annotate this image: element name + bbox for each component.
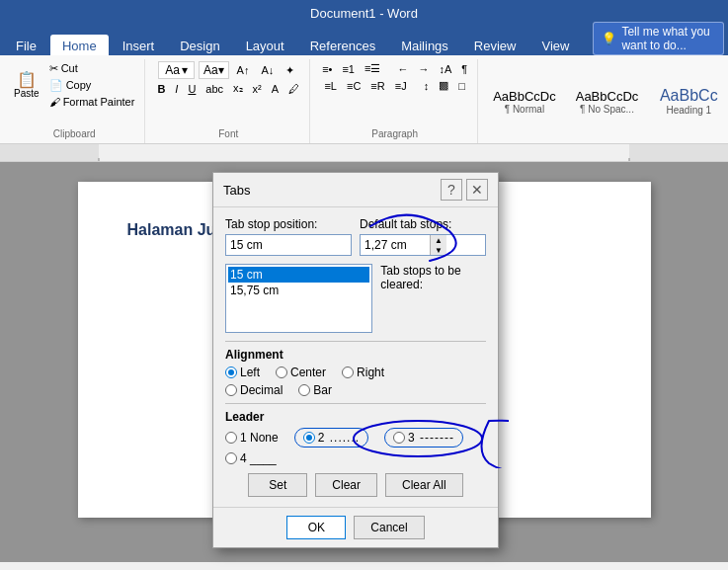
borders-button[interactable]: □ [454, 79, 469, 93]
clipboard-label: Clipboard [53, 128, 96, 141]
dialog-help-button[interactable]: ? [441, 179, 462, 201]
search-box[interactable]: 💡 Tell me what you want to do... [593, 22, 724, 55]
superscript-button[interactable]: x² [249, 82, 266, 96]
style-nospace[interactable]: AaBbCcDc ¶ No Spac... [567, 72, 648, 131]
leader-dots-radio[interactable] [303, 432, 315, 444]
ribbon-tabs: File Home Insert Design Layout Reference… [0, 28, 728, 55]
divider-1 [225, 341, 486, 342]
ruler-svg [0, 144, 728, 162]
tab-references[interactable]: References [298, 35, 387, 55]
align-right-button[interactable]: ≡R [366, 79, 388, 93]
multilevel-button[interactable]: ≡☰ [361, 61, 384, 76]
align-center-radio[interactable] [276, 366, 287, 378]
spinner-up-button[interactable]: ▲ [431, 235, 446, 245]
clear-all-button[interactable]: Clear All [385, 473, 463, 497]
align-center-button[interactable]: ≡C [343, 79, 364, 93]
bold-button[interactable]: B [153, 82, 169, 96]
font-top-row: Aa▾ Aa▾ A↑ A↓ ✦ [158, 61, 298, 79]
font-family-dropdown[interactable]: Aa▾ [158, 61, 195, 79]
copy-button[interactable]: 📄 Copy [45, 78, 139, 93]
tab-insert[interactable]: Insert [111, 35, 167, 55]
align-right-radio[interactable] [342, 366, 354, 378]
para-bottom-row: ≡L ≡C ≡R ≡J ↕ ▩ □ [320, 78, 468, 93]
align-right-option[interactable]: Right [342, 366, 384, 379]
dialog-body: Tab stop position: Default tab stops: ▲ … [213, 207, 498, 507]
dialog-close-button[interactable]: ✕ [466, 179, 488, 201]
shrink-font-button[interactable]: A↓ [257, 63, 278, 77]
shading-button[interactable]: ▩ [435, 78, 452, 93]
alignment-title: Alignment [225, 348, 486, 362]
tab-design[interactable]: Design [168, 35, 231, 55]
bullets-button[interactable]: ≡• [318, 62, 336, 76]
clear-button[interactable]: Clear [315, 473, 377, 497]
ribbon-group-paragraph: ≡• ≡1 ≡☰ ← → ↕A ¶ ≡L ≡C ≡R ≡J ↕ ▩ □ Para… [312, 59, 478, 143]
listbox-col: 15 cm 15,75 cm [225, 264, 372, 333]
decrease-indent-button[interactable]: ← [393, 62, 412, 76]
align-decimal-option[interactable]: Decimal [225, 383, 283, 397]
svg-rect-0 [0, 144, 728, 162]
align-bar-option[interactable]: Bar [298, 383, 332, 397]
leader-title: Leader [225, 410, 486, 424]
numbering-button[interactable]: ≡1 [338, 62, 359, 76]
format-painter-button[interactable]: 🖌 Format Painter [45, 95, 139, 109]
align-left-button[interactable]: ≡L [320, 79, 341, 93]
cut-button[interactable]: ✂ Cut [45, 61, 139, 76]
tab-mailings[interactable]: Mailings [389, 35, 460, 55]
grow-font-button[interactable]: A↑ [233, 63, 254, 77]
tab-home[interactable]: Home [50, 35, 109, 55]
align-center-option[interactable]: Center [276, 366, 326, 379]
show-marks-button[interactable]: ¶ [457, 62, 471, 76]
font-bottom-row: B I U abc x₂ x² A 🖊 [153, 81, 303, 96]
increase-indent-button[interactable]: → [414, 62, 433, 76]
clear-format-button[interactable]: ✦ [282, 63, 298, 78]
tab-listbox[interactable]: 15 cm 15,75 cm [225, 264, 372, 333]
tab-view[interactable]: View [529, 35, 581, 55]
dialog-title: Tabs [223, 183, 250, 198]
align-left-option[interactable]: Left [225, 366, 260, 379]
highlight-button[interactable]: 🖊 [284, 82, 303, 96]
tab-stop-col: Tab stop position: [225, 217, 352, 256]
clipboard-top: 📋 Paste ✂ Cut 📄 Copy 🖌 Format Painter [10, 61, 138, 109]
subscript-button[interactable]: x₂ [229, 81, 247, 96]
set-button[interactable]: Set [248, 473, 307, 497]
tab-file[interactable]: File [4, 35, 48, 55]
leader-none-option[interactable]: 1 None [225, 431, 279, 445]
leader-underline-radio[interactable] [225, 452, 237, 464]
paste-button[interactable]: 📋 Paste [10, 70, 43, 101]
text-color-button[interactable]: A [268, 82, 283, 96]
justify-button[interactable]: ≡J [391, 79, 411, 93]
align-decimal-radio[interactable] [225, 384, 237, 396]
leader-dash-radio[interactable] [393, 432, 405, 444]
listbox-item-1575[interactable]: 15,75 cm [228, 283, 369, 298]
tab-stop-label: Tab stop position: [225, 217, 352, 231]
tab-inputs-row: Tab stop position: Default tab stops: ▲ … [225, 217, 486, 256]
search-placeholder: Tell me what you want to do... [621, 25, 715, 52]
leader-underline-option[interactable]: 4 ____ [225, 451, 277, 465]
underline-button[interactable]: U [184, 82, 200, 96]
strikethrough-button[interactable]: abc [202, 82, 227, 96]
ok-button[interactable]: OK [286, 516, 346, 539]
ribbon: 📋 Paste ✂ Cut 📄 Copy 🖌 Format Painter Cl… [0, 55, 728, 144]
leader-section: Leader 1 None 2 ....... 3 ------- [225, 410, 486, 465]
leader-dash-option[interactable]: 3 ------- [384, 428, 463, 448]
ribbon-group-font: Aa▾ Aa▾ A↑ A↓ ✦ B I U abc x₂ x² A 🖊 Font [147, 59, 310, 143]
line-spacing-button[interactable]: ↕ [420, 79, 434, 93]
leader-none-radio[interactable] [225, 432, 237, 444]
tab-review[interactable]: Review [462, 35, 528, 55]
app-title: Document1 - Word [310, 6, 418, 21]
leader-dots-option[interactable]: 2 ....... [294, 428, 368, 448]
cancel-button[interactable]: Cancel [354, 516, 424, 539]
listbox-item-15[interactable]: 15 cm [228, 267, 369, 283]
dialog-titlebar: Tabs ? ✕ [213, 173, 498, 207]
style-h1[interactable]: AaBbCc Heading 1 [649, 72, 728, 131]
spinner-down-button[interactable]: ▼ [431, 245, 446, 255]
default-tab-input[interactable] [361, 235, 430, 255]
font-size-dropdown[interactable]: Aa▾ [199, 61, 229, 79]
tab-stop-input[interactable] [225, 234, 352, 256]
sort-button[interactable]: ↕A [435, 62, 455, 76]
tab-layout[interactable]: Layout [234, 35, 296, 55]
align-bar-radio[interactable] [298, 384, 310, 396]
style-normal[interactable]: AaBbCcDc ¶ Normal [484, 72, 565, 131]
italic-button[interactable]: I [171, 82, 182, 96]
align-left-radio[interactable] [225, 366, 237, 378]
